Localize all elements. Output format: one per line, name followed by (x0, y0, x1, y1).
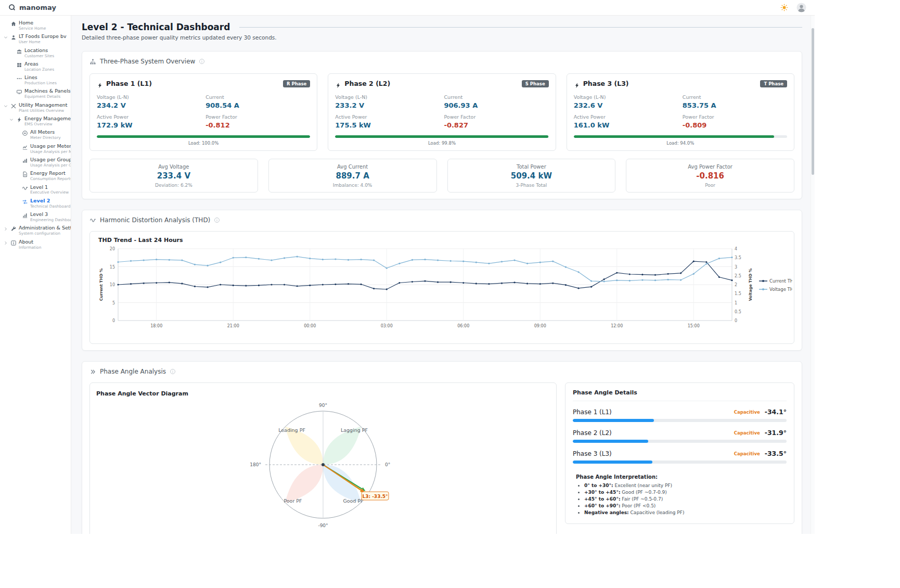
voltage-thd-line (118, 257, 732, 282)
current-thd-marker (539, 283, 541, 285)
voltage-thd-marker (348, 259, 349, 261)
sidebar-item-administration-settings[interactable]: Administration & SettingsSystem configur… (0, 224, 71, 237)
vertical-scrollbar[interactable] (811, 16, 815, 534)
phase-metrics: Voltage (L-N)234.2 VCurrent908.54 AActiv… (97, 94, 310, 129)
sidebar-item-label: Locations (24, 48, 54, 54)
barchart-icon (22, 158, 28, 164)
info-icon[interactable] (214, 217, 220, 223)
sidebar-item-sublabel: Executive Overview (30, 190, 69, 195)
sidebar-item-energy-report[interactable]: Energy ReportConsumption Reports (0, 169, 71, 183)
svg-text:0: 0 (735, 318, 737, 323)
sidebar-item-level-2[interactable]: Level 2Technical Dashboard (0, 197, 71, 210)
sidebar-item-sublabel: Usage Analysis per Meter (30, 149, 70, 154)
sidebar-item-sublabel: Plant Utilities Overview (19, 108, 68, 113)
current-thd-marker (245, 285, 247, 287)
sidebar-item-label: About (19, 239, 41, 245)
phase-angle-bar-track (573, 461, 787, 464)
current-thd-marker (616, 272, 618, 274)
sidebar-item-all-meters[interactable]: All MetersMeter Directory (0, 128, 71, 142)
scrollbar-thumb[interactable] (812, 28, 814, 175)
brand[interactable]: manomay (8, 4, 56, 11)
sidebar-item-locations[interactable]: LocationsCustomer Sites (0, 46, 71, 60)
metric-label: Active Power (335, 114, 440, 120)
metric: Voltage (L-N)233.2 V (335, 94, 440, 109)
interpretation-item: +45° to +60°: Fair (PF ~0.5-0.7) (584, 496, 787, 502)
voltage-thd-marker (488, 263, 490, 264)
sidebar-item-usage-per-group[interactable]: Usage per GroupUsage Analysis per Group (0, 156, 71, 169)
quadrant-label-poor: Poor PF (284, 498, 302, 504)
thd-trend-chart: 0510152000.511.522.533.5418:0021:0000:00… (95, 245, 792, 339)
voltage-thd-marker (309, 258, 311, 259)
current-thd-marker (322, 284, 324, 286)
metric-label: Power Factor (444, 114, 548, 120)
svg-text:18:00: 18:00 (150, 324, 162, 328)
voltage-thd-marker (130, 260, 132, 262)
chevron-icon (15, 186, 20, 191)
interpretation-lead: 0° to +30°: (584, 483, 613, 488)
metric: Voltage (L-N)232.6 V (574, 94, 678, 109)
main-content: Level 2 - Technical Dashboard Detailed t… (71, 16, 811, 534)
sidebar-item-areas[interactable]: AreasLocation Zones (0, 60, 71, 73)
sidebar-item-label: Utility Management (19, 103, 68, 108)
svg-text:12:00: 12:00 (611, 324, 623, 328)
sidebar-item-label: Energy Report (30, 171, 70, 176)
metric-label: Active Power (574, 114, 678, 120)
sidebar-item-lines[interactable]: LinesProduction Lines (0, 73, 71, 87)
chevron-down-icon (3, 104, 8, 109)
phase-angle-value: -34.1° (765, 408, 787, 416)
sidebar-item-level-3[interactable]: Level 3Engineering Dashboard (0, 210, 71, 224)
user-avatar[interactable] (796, 3, 806, 12)
metric-value: 172.9 kW (97, 121, 201, 130)
load-label: Load: 94.0% (574, 140, 787, 146)
metric: Current906.93 A (444, 94, 548, 109)
sidebar-item-home[interactable]: HomeService Home (0, 19, 71, 32)
voltage-thd-marker (386, 267, 388, 269)
top-bar-actions (780, 3, 806, 12)
sidebar-item-sublabel: Equipment Details (24, 94, 70, 99)
sidebar-item-usage-per-meter[interactable]: Usage per MeterUsage Analysis per Meter (0, 142, 71, 156)
wrench-icon (10, 226, 17, 232)
sidebar-item-sublabel: Consumption Reports (30, 176, 70, 181)
sidebar-item-sublabel: User Home (19, 40, 67, 44)
sidebar-item-machines-panels[interactable]: Machines & PanelsEquipment Details (0, 87, 71, 100)
voltage-thd-marker (373, 260, 375, 261)
phase-angle-name: Phase 3 (L3) (573, 450, 734, 457)
theme-toggle-sun-icon[interactable] (780, 4, 788, 11)
vector-angle-callout: L3: -33.5° (362, 492, 389, 500)
sidebar-item-sublabel: Usage Analysis per Group (30, 163, 70, 168)
sidebar-item-label: Administration & Settings (19, 225, 70, 231)
current-thd-marker (169, 282, 170, 284)
legend-current-thd: Current THD (769, 278, 792, 284)
summary-label: Avg Current (274, 164, 431, 170)
phase-badge: S Phase (522, 80, 549, 87)
sidebar-item-utility-management[interactable]: Utility ManagementPlant Utilities Overvi… (0, 101, 71, 114)
interpretation-text: Fair (PF ~0.5-0.7) (620, 496, 663, 502)
sidebar-nav: HomeService HomeLT Foods Europe bvUser H… (0, 19, 71, 251)
phase-angle-row-phase-1-l1: Phase 1 (L1)Capacitive-34.1° (573, 408, 787, 422)
voltage-thd-marker (590, 280, 592, 282)
voltage-thd-marker (335, 259, 336, 260)
current-thd-marker (309, 285, 311, 286)
voltage-thd-marker (513, 260, 515, 261)
phase-angle-bar-fill (573, 461, 652, 464)
info-icon[interactable] (170, 368, 176, 375)
sidebar-item-level-1[interactable]: Level 1Executive Overview (0, 183, 71, 197)
summary-label: Total Power (453, 164, 610, 170)
voltage-thd-marker (360, 259, 362, 260)
sidebar-item-label: Home (19, 20, 46, 26)
sidebar-item-energy-management[interactable]: Energy ManagementEMS Overview (0, 114, 71, 128)
metric-label: Current (683, 94, 787, 100)
info-icon[interactable] (199, 58, 205, 65)
overview-section-title: Three-Phase System Overview (100, 58, 195, 65)
chevron-icon (9, 62, 14, 68)
svg-text:4: 4 (735, 247, 737, 251)
sidebar-item-sublabel: Production Lines (24, 81, 57, 85)
phase-angle-rows: Phase 1 (L1)Capacitive-34.1°Phase 2 (L2)… (573, 408, 787, 464)
sidebar-item-about[interactable]: AboutInformation (0, 238, 71, 251)
load-bar-fill (335, 135, 548, 138)
voltage-thd-marker (437, 260, 439, 261)
voltage-thd-marker (245, 257, 247, 258)
svg-text:0: 0 (112, 318, 115, 323)
axis-label-90: 90° (319, 403, 327, 408)
sidebar-item-lt-foods-europe-bv[interactable]: LT Foods Europe bvUser Home (0, 32, 71, 46)
